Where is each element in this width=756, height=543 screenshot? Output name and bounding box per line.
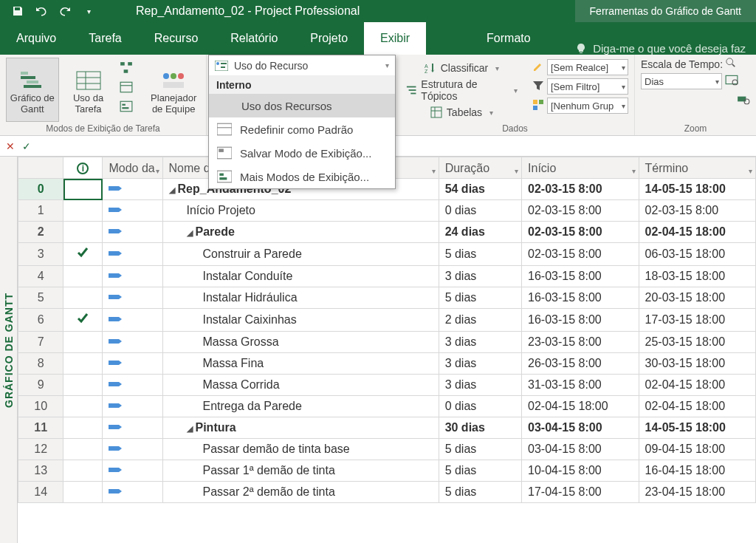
row-id-cell[interactable]: 0 [18,179,63,200]
task-name-cell[interactable]: Início Projeto [162,200,439,222]
row-id-cell[interactable]: 7 [18,332,63,353]
task-mode-cell[interactable] [103,332,162,353]
task-name-cell[interactable]: Construir a Parede [162,243,439,266]
table-row[interactable]: 3Construir a Parede5 dias02-03-15 8:0006… [18,243,756,266]
dropdown-item-reset-default[interactable]: Redefinir como Padrão [209,117,395,141]
row-id-cell[interactable]: 12 [18,439,63,460]
expand-icon[interactable]: ◢ [169,185,176,195]
save-icon[interactable] [9,2,27,20]
duration-cell[interactable]: 0 dias [439,396,521,417]
task-mode-cell[interactable] [103,482,162,503]
task-mode-cell[interactable] [103,396,162,417]
indicator-cell[interactable] [63,396,103,417]
highlight-combo[interactable]: [Sem Realce] [547,59,628,75]
group-combo[interactable]: [Nenhum Grup [547,98,628,114]
table-row[interactable]: 10Entrega da Parede0 dias02-04-15 18:000… [18,396,756,417]
duration-cell[interactable]: 3 dias [439,266,521,287]
table-row[interactable]: 9Massa Corrida3 dias31-03-15 8:0002-04-1… [18,375,756,396]
zoom-selected-icon[interactable] [737,92,750,108]
accept-entry-icon[interactable]: ✓ [21,140,32,152]
start-cell[interactable]: 03-04-15 8:00 [522,417,639,439]
task-mode-cell[interactable] [103,243,162,266]
dropdown-item-more-views[interactable]: Mais Modos de Exibição... [209,165,395,188]
start-cell[interactable]: 02-03-15 8:00 [522,179,639,200]
task-mode-cell[interactable] [103,266,162,287]
task-name-cell[interactable]: Massa Grossa [162,332,439,353]
finish-cell[interactable]: 02-04-15 18:00 [639,396,756,417]
task-mode-cell[interactable] [103,417,162,439]
table-row[interactable]: 1Início Projeto0 dias02-03-15 8:0002-03-… [18,200,756,222]
finish-cell[interactable]: 02-04-15 18:00 [639,222,756,243]
task-mode-cell[interactable] [103,179,162,200]
table-row[interactable]: 2◢Parede24 dias02-03-15 8:0002-04-15 18:… [18,222,756,243]
task-mode-cell[interactable] [103,375,162,396]
start-cell[interactable]: 16-03-15 8:00 [522,309,639,332]
expand-icon[interactable]: ◢ [187,424,194,434]
team-planner-button[interactable]: Planejador de Equipe [147,58,200,122]
indicator-cell[interactable] [63,309,103,332]
duration-cell[interactable]: 5 dias [439,482,521,503]
duration-cell[interactable]: 54 dias [439,179,521,200]
table-row[interactable]: 12Passar demão de tinta base5 dias03-04-… [18,439,756,460]
tab-arquivo[interactable]: Arquivo [0,22,72,55]
finish-cell[interactable]: 09-04-15 18:00 [639,439,756,460]
duration-cell[interactable]: 5 dias [439,287,521,309]
indicator-cell[interactable] [63,482,103,503]
finish-cell[interactable]: 20-03-15 18:00 [639,287,756,309]
finish-cell[interactable]: 14-05-15 18:00 [639,179,756,200]
qat-customize-icon[interactable]: ▾ [80,2,97,20]
table-row[interactable]: 5Instalar Hidráulica5 dias16-03-15 8:002… [18,287,756,309]
task-name-cell[interactable]: Entrega da Parede [162,396,439,417]
start-cell[interactable]: 02-04-15 18:00 [522,396,639,417]
task-mode-cell[interactable] [103,460,162,482]
task-name-cell[interactable]: Instalar Conduíte [162,266,439,287]
row-id-cell[interactable]: 3 [18,243,63,266]
row-id-cell[interactable]: 10 [18,396,63,417]
duration-cell[interactable]: 0 dias [439,200,521,222]
finish-cell[interactable]: 17-03-15 18:00 [639,309,756,332]
expand-icon[interactable]: ◢ [187,228,194,238]
finish-cell[interactable]: 16-04-15 18:00 [639,460,756,482]
duration-cell[interactable]: 5 dias [439,243,521,266]
header-duration[interactable]: Duração▾ [439,157,521,179]
start-cell[interactable]: 10-04-15 8:00 [522,460,639,482]
row-id-cell[interactable]: 9 [18,375,63,396]
duration-cell[interactable]: 2 dias [439,309,521,332]
task-mode-cell[interactable] [103,439,162,460]
header-indicators[interactable]: i [63,157,103,179]
task-name-cell[interactable]: Massa Fina [162,353,439,375]
indicator-cell[interactable] [63,332,103,353]
finish-cell[interactable]: 02-04-15 18:00 [639,375,756,396]
header-task-mode[interactable]: Modo da▾ [103,157,162,179]
row-id-cell[interactable]: 6 [18,309,63,332]
start-cell[interactable]: 23-03-15 8:00 [522,332,639,353]
timescale-combo[interactable]: Dias [641,73,722,89]
task-mode-cell[interactable] [103,287,162,309]
header-finish[interactable]: Término▾ [639,157,756,179]
tab-recurso[interactable]: Recurso [138,22,215,55]
table-row[interactable]: 6Instalar Caixinhas2 dias16-03-15 8:0017… [18,309,756,332]
tab-relatorio[interactable]: Relatório [214,22,294,55]
duration-cell[interactable]: 3 dias [439,332,521,353]
start-cell[interactable]: 02-03-15 8:00 [522,200,639,222]
task-name-cell[interactable]: Instalar Hidráulica [162,287,439,309]
finish-cell[interactable]: 30-03-15 18:00 [639,353,756,375]
cancel-entry-icon[interactable]: ✕ [4,140,16,152]
start-cell[interactable]: 26-03-15 8:00 [522,353,639,375]
dropdown-item-save-view[interactable]: Salvar Modo de Exibição... [209,141,395,165]
start-cell[interactable]: 02-03-15 8:00 [522,222,639,243]
start-cell[interactable]: 17-04-15 8:00 [522,482,639,503]
zoom-search-icon[interactable] [726,58,736,70]
indicator-cell[interactable] [63,375,103,396]
indicator-cell[interactable] [63,439,103,460]
outline-button[interactable]: Estrutura de Tópicos▾ [402,81,522,99]
tell-me-search[interactable]: Diga-me o que você deseja faz [565,42,756,55]
task-name-cell[interactable]: ◢Pintura [162,417,439,439]
indicator-cell[interactable] [63,417,103,439]
duration-cell[interactable]: 24 dias [439,222,521,243]
task-mode-cell[interactable] [103,200,162,222]
duration-cell[interactable]: 3 dias [439,375,521,396]
indicator-cell[interactable] [63,287,103,309]
duration-cell[interactable]: 5 dias [439,439,521,460]
duration-cell[interactable]: 5 dias [439,460,521,482]
